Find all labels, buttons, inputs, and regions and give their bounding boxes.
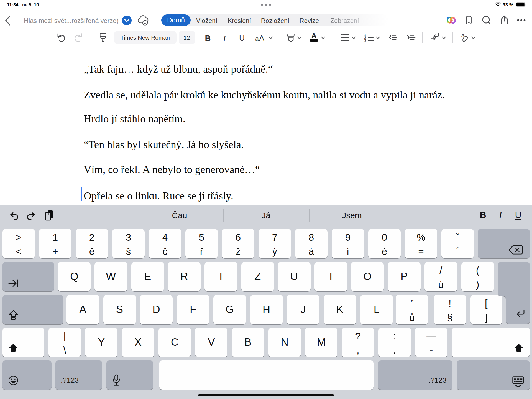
svg-text:3: 3	[364, 39, 366, 42]
